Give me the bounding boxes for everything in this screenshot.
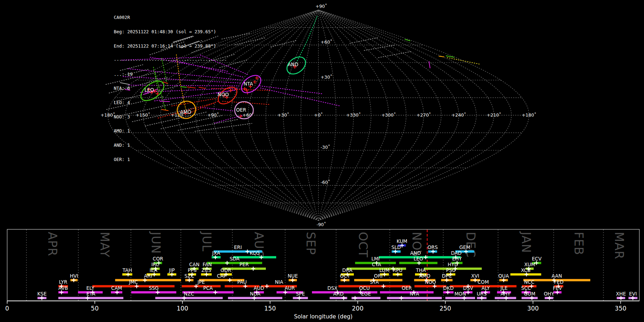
month-label: JUL	[200, 231, 214, 252]
longitude-label: +0˚	[314, 112, 323, 118]
shower-label-URS: URS	[477, 291, 487, 297]
longitude-label: +30˚	[278, 112, 289, 118]
month-label: FEB	[572, 232, 586, 255]
shower-label-TAH: TAH	[122, 267, 132, 273]
shower-label-AHY: AHY	[501, 291, 511, 297]
shower-label-ECV: ECV	[532, 256, 542, 262]
shower-bar-NZC	[155, 297, 223, 299]
shower-label-OCU: OCU	[359, 285, 370, 291]
shower-label-RPU: RPU	[393, 267, 402, 273]
shower-label-GDR: GDR	[220, 267, 231, 273]
shower-bar-JMC	[92, 285, 175, 287]
shower-label-SDA: SDA	[230, 256, 240, 262]
shower-label-CAM: CAM	[111, 285, 122, 291]
longitude-label: +240˚	[452, 112, 466, 118]
shower-label-PCA: PCA	[203, 285, 213, 291]
shower-label-SPE: SPE	[296, 291, 305, 297]
shower-label-KUM: KUM	[396, 238, 407, 244]
shower-label-CAP: CAP	[217, 273, 226, 279]
shower-row-violet: KSEETANZCNDASPEARDEGENTAMONURSAHYGUMOHYX…	[37, 291, 637, 300]
shower-label-AMO: AMO	[419, 273, 430, 279]
shower-label-ARD: ARD	[333, 291, 343, 297]
plot-canvas: +90˚-90˚+60˚+30˚-30˚-60˚+180˚+150˚+120˚+…	[0, 0, 644, 322]
shower-label-XUM: XUM	[524, 262, 535, 267]
latitude-label: -30˚	[321, 145, 330, 150]
shower-label-SLD: SLD	[391, 244, 401, 250]
shower-label-OHY: OHY	[544, 291, 555, 297]
month-label: OCT	[356, 232, 370, 258]
shower-label-JMC: JMC	[128, 279, 138, 285]
shower-label-JPE: JPE	[197, 279, 205, 285]
pole-label-north: +90˚	[316, 4, 327, 9]
shower-bar-SSG	[131, 291, 176, 293]
shower-label-ELY: ELY	[86, 285, 94, 291]
shower-label-JXA: JXA	[212, 250, 220, 256]
shower-label-SCC: SCC	[521, 285, 531, 291]
shower-label-NTA: NTA	[410, 291, 419, 297]
shower-bar-ETA	[58, 297, 123, 299]
shower-label-FED: FED	[554, 279, 564, 285]
latitude-label: +60˚	[321, 39, 332, 45]
shower-label-ERI: ERI	[234, 244, 242, 250]
latitude-label: +30˚	[321, 74, 332, 80]
x-tick-label: 200	[352, 305, 364, 312]
longitude-label: +270˚	[416, 112, 431, 118]
shower-label-IEA: IEA	[150, 267, 158, 273]
shower-label-STA: STA	[370, 279, 379, 285]
shower-label-DRA: DRA	[342, 267, 353, 273]
shower-label-GUM: GUM	[524, 291, 535, 297]
shower-label-FEV: FEV	[553, 285, 562, 291]
shower-label-DSV: DSV	[463, 285, 473, 291]
shower-label-AUR: AUR	[285, 285, 295, 291]
shower-label-OER: OER	[402, 285, 412, 291]
meteor-trail-solid	[446, 56, 454, 57]
meteor-trail-dotted	[260, 86, 322, 94]
month-label: JAN	[519, 231, 533, 253]
x-tick-label: 0	[5, 305, 9, 312]
shower-label-PPS: PPS	[188, 267, 197, 273]
shower-label-EHY: EHY	[452, 256, 462, 262]
count-oer: OER: 1	[114, 157, 227, 162]
meteor-trail-dotted	[260, 88, 340, 106]
shower-label-DPC: DPC	[442, 273, 452, 279]
longitude-label: +300˚	[381, 112, 396, 118]
count-amo: AMO: 1	[114, 128, 227, 133]
shower-label-XCB: XCB	[521, 267, 531, 273]
meteor-trail-dotted	[364, 45, 395, 50]
shower-bar-JPE	[182, 285, 221, 287]
count-noo: NOO: 3	[114, 114, 227, 119]
end-time: End: 20251122 07:16:14 (sol = 239.88°)	[114, 44, 227, 48]
shower-label-ALY: ALY	[482, 285, 490, 291]
shower-label-SZC: SZC	[185, 273, 194, 279]
station-id: CA002R	[114, 15, 227, 20]
month-label: APR	[45, 232, 59, 256]
shower-label-JIP: JIP	[169, 267, 175, 273]
shower-label-EVI: EVI	[629, 291, 637, 297]
longitude-label: +180˚	[522, 112, 536, 118]
x-tick-label: 50	[91, 305, 99, 312]
shower-bar-STA	[338, 285, 410, 287]
shower-label-ORS: ORS	[428, 244, 438, 250]
meteor-trail-dotted	[350, 38, 379, 43]
meteor-station-report: +90˚-90˚+60˚+30˚-30˚-60˚+180˚+150˚+120˚+…	[0, 0, 644, 322]
shower-bar-OER	[380, 291, 434, 293]
meteor-trail-solid	[429, 62, 430, 68]
pole-label-south: -90˚	[317, 222, 326, 227]
latitude-label: -60˚	[321, 180, 330, 185]
shower-label-ETA: ETA	[86, 291, 96, 297]
shower-label-AVB: AVB	[58, 285, 68, 291]
shower-bar-MON	[445, 297, 475, 299]
meteor-trail-dotted	[271, 40, 297, 47]
radiant-label-OER: OER	[236, 107, 247, 113]
meteor-trail-dotted	[235, 38, 266, 45]
shower-label-CTA: CTA	[372, 262, 381, 267]
month-label: SEP	[304, 232, 318, 255]
observation-header: CA002R Beg: 20251122 01:48:30 (sol = 239…	[114, 6, 227, 171]
shower-label-OCT: OCT	[340, 273, 350, 279]
shower-label-LYR: LYR	[59, 279, 67, 285]
x-axis: 050100150200250300350Solar longitude (de…	[5, 301, 639, 320]
shower-bar-KCG	[233, 256, 276, 258]
activity-timeline: APRMAYJUNJULAUGSEPOCTNOVDECJANFEBMARKUME…	[5, 229, 639, 320]
shower-label-THA: THA	[416, 267, 426, 273]
shower-label-HYD: HYD	[448, 262, 458, 267]
